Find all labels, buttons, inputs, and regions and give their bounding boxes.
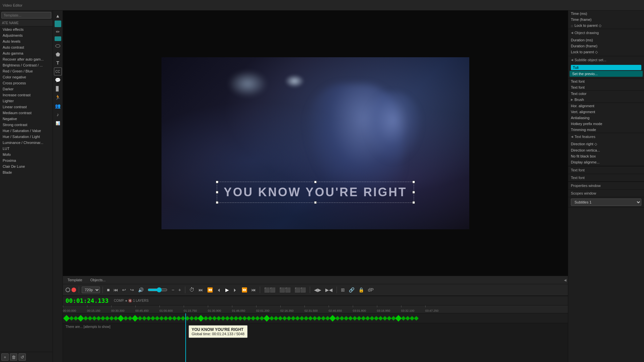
subtitle-object-title[interactable]: ◀ Subtitle object set... — [568, 56, 644, 64]
chart-icon[interactable]: 📊 — [54, 119, 62, 127]
text-icon[interactable]: T — [54, 59, 62, 67]
list-item[interactable]: Darker — [0, 86, 53, 92]
undo-btn[interactable]: ↩ — [121, 287, 127, 293]
subtitles-dropdown[interactable]: Subtitles 1 Subtitles 2 — [571, 199, 641, 206]
marker-btn[interactable]: ◀▶ — [313, 287, 323, 293]
list-item[interactable]: Luminance / Chrominar... — [0, 140, 53, 146]
set-previo-row[interactable]: Set the previo... — [570, 71, 643, 77]
list-item[interactable]: Proxima — [0, 158, 53, 163]
list-item[interactable]: Blade — [0, 169, 53, 175]
lock-parent-row[interactable]: ◇ Lock to parent ◇ — [568, 23, 644, 29]
marker2-btn[interactable]: ▶◀ — [324, 287, 334, 293]
bubble-icon[interactable]: 💬 — [54, 76, 62, 84]
tab-template[interactable]: Template — [64, 277, 86, 283]
handle-mid-left[interactable] — [216, 191, 218, 194]
cursor-icon[interactable]: ▲ — [54, 12, 62, 20]
subtitle-overlay[interactable]: YOU KNOW YOU'RE RIGHT — [161, 182, 469, 203]
list-item[interactable]: Brightness / Contrast / ... — [0, 62, 53, 68]
step-back-btn[interactable]: ⏴ — [215, 287, 223, 293]
pen-icon[interactable]: ✏ — [54, 28, 62, 36]
list-item[interactable]: Color negative — [0, 74, 53, 80]
play-btn[interactable]: ▶ — [224, 287, 230, 293]
text-font-value-row[interactable]: Text font — [568, 84, 644, 90]
list-item[interactable]: Increase contrast — [0, 92, 53, 98]
brush-row[interactable]: ▶ Brush — [568, 97, 644, 103]
color-block-icon[interactable] — [55, 21, 61, 27]
clock-btn[interactable]: ⏱ — [188, 286, 196, 294]
ellipse-icon[interactable]: ⬭ — [54, 42, 62, 50]
list-item[interactable]: LUT — [0, 146, 53, 152]
text-features-title[interactable]: ◀ Text features — [568, 133, 644, 140]
list-item[interactable]: Lighter — [0, 98, 53, 104]
fast-fwd-btn[interactable]: ⏩ — [240, 287, 249, 293]
volume-slider[interactable] — [148, 287, 167, 293]
handle-bottom-right[interactable] — [412, 201, 415, 204]
trim-btn[interactable]: ⬛⬛ — [293, 287, 307, 293]
lock-btn[interactable]: 🔒 — [357, 287, 365, 293]
handle-mid-right[interactable] — [412, 191, 415, 194]
snap-btn[interactable]: ⊞ — [340, 287, 346, 293]
redo-btn[interactable]: ↪ — [129, 287, 135, 293]
list-item[interactable]: Mofo — [0, 152, 53, 158]
list-item[interactable]: Clair De Lune — [0, 163, 53, 169]
list-item[interactable]: Auto gamma — [0, 50, 53, 56]
plus-btn[interactable]: + — [177, 287, 182, 293]
scopes-label[interactable]: Scopes window — [568, 189, 644, 197]
skip-start-btn[interactable]: ⏭ — [197, 287, 205, 293]
list-item[interactable]: Adjustments — [0, 32, 53, 38]
list-item[interactable]: Mediaum contrast — [0, 110, 53, 116]
minus-btn[interactable]: − — [170, 287, 175, 293]
list-item[interactable]: Recover after auto gam... — [0, 56, 53, 62]
handle-bottom-center[interactable] — [314, 201, 317, 204]
step-fwd-btn[interactable]: ⏵ — [232, 287, 239, 293]
object-drawing-title[interactable]: ◀ Object drawing — [568, 29, 644, 36]
runner-icon[interactable]: 🏃 — [54, 93, 62, 101]
tuli-highlight[interactable]: Tuli — [571, 65, 641, 70]
stop-btn[interactable]: ■ — [106, 287, 111, 293]
list-item[interactable]: Hue / Saturation / Light — [0, 134, 53, 140]
no-fit-row[interactable]: No fit black box — [568, 153, 644, 159]
lock-parent2-row[interactable]: Lock to parent ◇ — [568, 49, 644, 55]
playhead[interactable] — [185, 313, 186, 362]
split-btn[interactable]: ⬛⬛ — [278, 287, 292, 293]
list-item[interactable]: Video effects — [0, 26, 53, 32]
right-panel: Time (ms) Time (frame) ◇ Lock to parent … — [568, 11, 644, 362]
list-item[interactable]: Red / Green / Blue — [0, 68, 53, 74]
handle-top-left[interactable] — [216, 181, 218, 183]
list-item[interactable]: Auto levels — [0, 38, 53, 44]
cut-btn[interactable]: ⬛⬛ — [263, 287, 277, 293]
list-item[interactable]: Hue / Saturation / Value — [0, 128, 53, 134]
delete-button[interactable]: 🗑 — [10, 353, 17, 361]
reset-button[interactable]: ↺ — [19, 353, 26, 361]
volume-btn[interactable]: 🔊 — [137, 287, 145, 293]
people-icon[interactable]: 👥 — [54, 102, 62, 110]
handle-bottom-left[interactable] — [216, 201, 218, 204]
list-item[interactable]: Negative — [0, 116, 53, 122]
quality-select[interactable]: 720p — [82, 287, 100, 293]
record-button[interactable] — [71, 288, 76, 292]
rewind-btn[interactable]: ⏪ — [206, 287, 214, 293]
list-item[interactable]: Linear contrast — [0, 104, 53, 110]
handle-top-center[interactable] — [314, 181, 317, 183]
add-button[interactable]: + — [1, 353, 9, 361]
list-item[interactable]: Cross process — [0, 80, 53, 86]
puzzle-icon[interactable]: ⬟ — [54, 50, 62, 58]
properties-label[interactable]: Properties window — [568, 182, 644, 189]
more-btn[interactable]: dP — [367, 287, 375, 293]
tab-objects[interactable]: Objects... — [87, 277, 109, 283]
handle-top-right[interactable] — [412, 181, 415, 183]
dir-right-row[interactable]: Direction right ◇ — [568, 141, 644, 147]
timeline-diamond[interactable] — [414, 316, 419, 320]
search-input[interactable] — [1, 12, 51, 19]
cc-icon[interactable]: CC — [54, 68, 62, 75]
panel-toggle[interactable]: ◀ — [564, 278, 567, 282]
teal-rect-icon[interactable] — [55, 36, 61, 41]
subtitle-box[interactable]: YOU KNOW YOU'RE RIGHT — [217, 182, 414, 203]
bar-chart-icon[interactable]: ▊ — [54, 85, 62, 93]
list-item[interactable]: Auto contrast — [0, 44, 53, 50]
skip-end-btn[interactable]: ⏮ — [250, 287, 257, 293]
link-btn[interactable]: 🔗 — [347, 287, 356, 293]
music-icon[interactable]: ♪ — [54, 111, 62, 118]
list-item[interactable]: Strong contrast — [0, 122, 53, 128]
prev-frame-btn[interactable]: ⏮ — [112, 287, 119, 293]
